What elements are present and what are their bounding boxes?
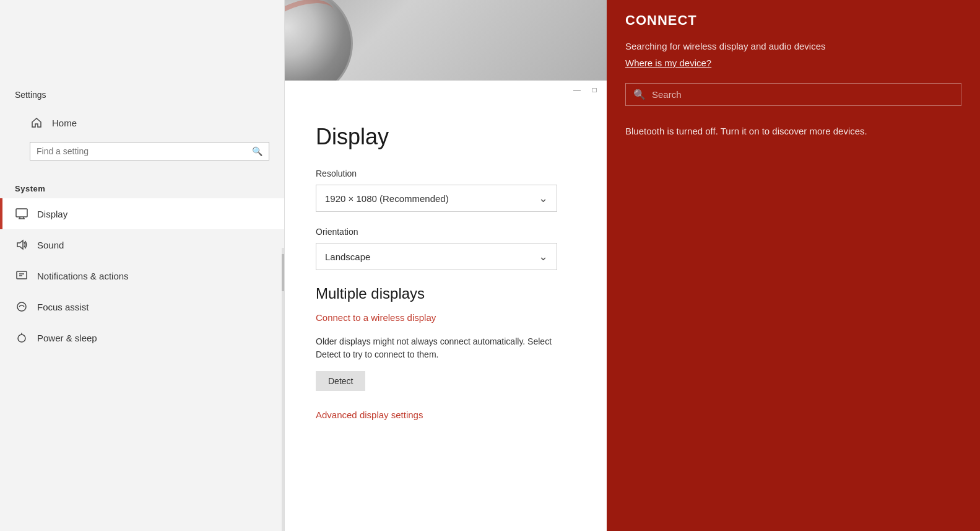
sidebar-item-home[interactable]: Home: [15, 110, 284, 136]
focus-icon: [15, 300, 28, 314]
sidebar-search-container: 🔍: [15, 136, 284, 167]
connect-search-icon: 🔍: [633, 89, 646, 100]
resolution-value: 1920 × 1080 (Recommended): [325, 193, 449, 204]
display-icon: [15, 207, 28, 221]
sidebar: Settings Home 🔍 System: [0, 0, 285, 531]
power-icon: [15, 331, 28, 344]
connect-search-box[interactable]: 🔍: [625, 83, 961, 106]
notifications-nav-label: Notifications & actions: [37, 271, 129, 281]
multiple-displays-title: Multiple displays: [316, 285, 576, 302]
sidebar-scrollbar-thumb[interactable]: [282, 254, 284, 291]
sidebar-search-input[interactable]: [37, 146, 252, 156]
search-icon: 🔍: [252, 146, 262, 156]
connect-where-link[interactable]: Where is my device?: [625, 58, 961, 68]
sound-icon: [15, 238, 28, 252]
connect-search-input[interactable]: [652, 89, 953, 100]
home-icon: [30, 116, 43, 129]
power-nav-label: Power & sleep: [37, 333, 97, 343]
connect-title: CONNECT: [625, 12, 961, 29]
svg-rect-5: [17, 271, 27, 279]
detect-description: Older displays might not always connect …: [316, 335, 576, 361]
svg-point-8: [17, 302, 26, 311]
svg-rect-0: [16, 209, 27, 217]
orientation-chevron-icon: ⌄: [539, 250, 548, 263]
page-title: Display: [316, 124, 576, 150]
orientation-label: Orientation: [316, 227, 576, 237]
sound-nav-label: Sound: [37, 240, 64, 250]
resolution-dropdown[interactable]: 1920 × 1080 (Recommended) ⌄: [316, 185, 557, 212]
orientation-dropdown[interactable]: Landscape ⌄: [316, 243, 557, 270]
detect-button[interactable]: Detect: [316, 371, 365, 391]
sidebar-search-box[interactable]: 🔍: [30, 142, 269, 160]
svg-marker-4: [17, 240, 23, 249]
wireless-display-link[interactable]: Connect to a wireless display: [316, 312, 576, 323]
svg-point-9: [18, 335, 25, 342]
sidebar-item-sound[interactable]: Sound: [0, 229, 284, 260]
connect-panel: CONNECT Searching for wireless display a…: [607, 0, 980, 531]
notifications-icon: [15, 269, 28, 283]
system-section-label: System: [0, 178, 284, 198]
maximize-button[interactable]: □: [586, 81, 603, 99]
sidebar-item-display[interactable]: Display: [0, 198, 284, 229]
advanced-display-link[interactable]: Advanced display settings: [316, 410, 576, 420]
orientation-value: Landscape: [325, 252, 370, 262]
minimize-button[interactable]: —: [568, 81, 586, 99]
sidebar-item-focus[interactable]: Focus assist: [0, 291, 284, 322]
sidebar-item-power[interactable]: Power & sleep: [0, 322, 284, 353]
connect-searching-text: Searching for wireless display and audio…: [625, 41, 961, 51]
resolution-chevron-icon: ⌄: [539, 191, 548, 205]
focus-nav-label: Focus assist: [37, 302, 89, 312]
window-titlebar: — □: [285, 81, 607, 99]
sidebar-header: Settings Home 🔍: [0, 0, 284, 178]
connect-bluetooth-message: Bluetooth is turned off. Turn it on to d…: [625, 125, 922, 139]
sidebar-item-notifications[interactable]: Notifications & actions: [0, 260, 284, 291]
display-nav-label: Display: [37, 209, 67, 219]
main-content-area: Display Resolution 1920 × 1080 (Recommen…: [285, 99, 607, 531]
home-label: Home: [52, 118, 77, 128]
resolution-label: Resolution: [316, 169, 576, 178]
settings-app-title: Settings: [15, 90, 284, 100]
sidebar-scrollbar-track: [282, 248, 284, 531]
